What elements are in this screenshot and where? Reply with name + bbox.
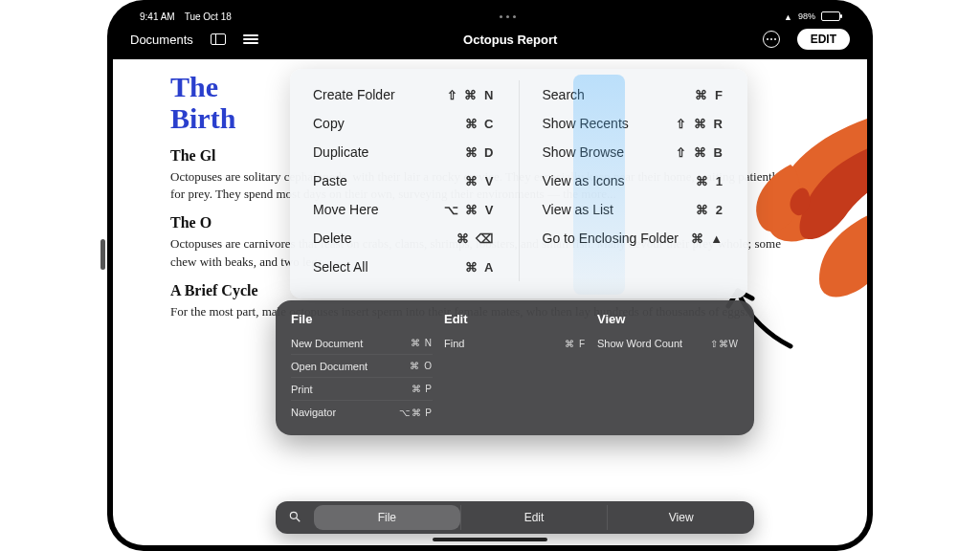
shortcut-item[interactable]: Create Folder⇧ ⌘ N — [307, 80, 501, 109]
status-time: 9:41 AM — [140, 11, 175, 22]
shortcuts-dark-file: File New Document⌘ N Open Document⌘ O Pr… — [291, 312, 444, 424]
shortcut-item[interactable]: Move Here⌥ ⌘ V — [307, 195, 501, 224]
shortcuts-dark-edit: Edit Find⌘ F — [444, 312, 597, 424]
back-button[interactable]: Documents — [130, 33, 193, 47]
shortcut-item[interactable]: View as Icons⌘ 1 — [537, 166, 731, 195]
shortcut-item[interactable]: Copy⌘ C — [307, 109, 501, 138]
shortcut-item[interactable]: Delete⌘ ⌫ — [307, 224, 501, 253]
edit-button[interactable]: EDIT — [797, 29, 850, 50]
svg-line-1 — [297, 518, 301, 521]
device-side-button — [100, 239, 105, 270]
command-tab-edit[interactable]: Edit — [460, 505, 608, 530]
battery-icon — [821, 11, 840, 21]
shortcuts-col-1: Create Folder⇧ ⌘ N Copy⌘ C Duplicate⌘ D … — [290, 80, 519, 281]
shortcuts-overlay-dark: File New Document⌘ N Open Document⌘ O Pr… — [276, 300, 754, 435]
command-bar: File Edit View — [276, 501, 754, 534]
shortcut-item[interactable]: Show Word Count⇧⌘W — [597, 332, 739, 355]
home-indicator[interactable] — [433, 538, 547, 541]
document-title: Octopus Report — [463, 33, 557, 47]
shortcut-item[interactable]: View as List⌘ 2 — [537, 195, 731, 224]
app-toolbar: Documents Octopus Report EDIT — [113, 23, 867, 55]
shortcuts-overlay-light: Create Folder⇧ ⌘ N Copy⌘ C Duplicate⌘ D … — [290, 69, 747, 298]
shortcut-item[interactable]: Navigator⌥⌘ P — [291, 401, 433, 424]
more-icon[interactable] — [763, 31, 780, 48]
shortcut-item[interactable]: Go to Enclosing Folder⌘ ▲ — [537, 224, 731, 253]
status-bar: 9:41 AM Tue Oct 18 98% — [113, 6, 867, 23]
dark-col-title: Edit — [444, 312, 586, 326]
shortcut-item[interactable]: Print⌘ P — [291, 378, 433, 401]
status-date: Tue Oct 18 — [185, 11, 232, 22]
dark-col-title: View — [597, 312, 739, 326]
shortcut-item[interactable]: Paste⌘ V — [307, 166, 501, 195]
sidebar-icon[interactable] — [211, 32, 226, 47]
wifi-icon — [784, 11, 792, 22]
shortcut-item[interactable]: Duplicate⌘ D — [307, 138, 501, 166]
battery-percent: 98% — [798, 11, 815, 21]
document-canvas[interactable]: The Birth The Gl Octopuses are solitary … — [113, 59, 867, 545]
command-search[interactable] — [276, 510, 314, 526]
shortcut-item[interactable]: Find⌘ F — [444, 332, 586, 355]
svg-point-0 — [290, 512, 297, 518]
shortcut-item[interactable]: Show Browse⇧ ⌘ B — [537, 138, 731, 166]
shortcut-item[interactable]: Select All⌘ A — [307, 253, 501, 281]
shortcut-item[interactable]: Search⌘ F — [537, 80, 731, 109]
dark-col-title: File — [291, 312, 433, 326]
multitask-dots[interactable] — [500, 15, 516, 18]
shortcut-item[interactable]: Show Recents⇧ ⌘ R — [537, 109, 731, 138]
shortcuts-col-2: Search⌘ F Show Recents⇧ ⌘ R Show Browse⇧… — [519, 80, 748, 281]
command-tab-view[interactable]: View — [607, 505, 754, 530]
command-tab-file[interactable]: File — [314, 505, 460, 530]
ipad-frame: 9:41 AM Tue Oct 18 98% Documents Octopus… — [107, 0, 873, 551]
shortcut-item[interactable]: New Document⌘ N — [291, 332, 433, 355]
search-icon — [288, 510, 301, 523]
shortcuts-dark-view: View Show Word Count⇧⌘W — [597, 312, 739, 424]
shortcut-item[interactable]: Open Document⌘ O — [291, 355, 433, 378]
outline-icon[interactable] — [243, 32, 258, 47]
